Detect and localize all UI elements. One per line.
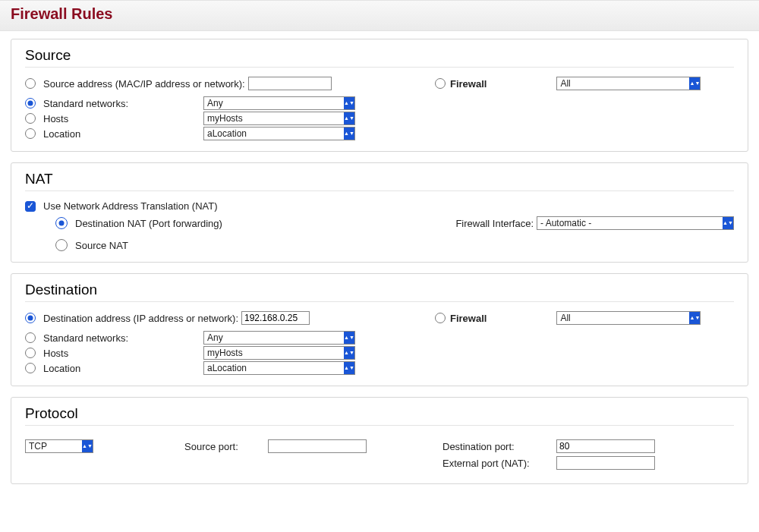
chevron-updown-icon: ▲▼ (689, 77, 700, 90)
chevron-updown-icon: ▲▼ (344, 347, 354, 359)
ext-port-input[interactable] (556, 456, 655, 470)
dest-std-select[interactable]: Any ▲▼ (203, 331, 355, 345)
nat-heading: NAT (25, 171, 734, 191)
source-panel: Source Source address (MAC/IP address or… (11, 39, 748, 152)
nat-enable-label: Use Network Address Translation (NAT) (43, 200, 218, 212)
source-hosts-radio[interactable] (25, 113, 36, 124)
destination-heading: Destination (25, 282, 734, 302)
source-firewall-label: Firewall (450, 78, 487, 90)
dest-firewall-select[interactable]: All ▲▼ (556, 311, 701, 325)
source-address-radio[interactable] (25, 78, 36, 89)
source-std-radio[interactable] (25, 98, 36, 109)
dest-firewall-radio[interactable] (435, 313, 446, 323)
chevron-updown-icon: ▲▼ (344, 112, 354, 124)
chevron-updown-icon: ▲▼ (723, 217, 733, 229)
dest-firewall-label: Firewall (450, 313, 487, 324)
dest-address-label: Destination address (IP address or netwo… (43, 313, 238, 324)
dest-location-select[interactable]: aLocation ▲▼ (203, 361, 355, 375)
source-location-select[interactable]: aLocation ▲▼ (203, 127, 355, 140)
source-location-label: Location (43, 128, 80, 140)
dest-port-input[interactable] (556, 439, 655, 453)
ext-port-label: External port (NAT): (442, 458, 556, 469)
chevron-updown-icon: ▲▼ (344, 332, 354, 344)
source-address-label: Source address (MAC/IP address or networ… (43, 78, 245, 90)
protocol-heading: Protocol (25, 405, 734, 426)
source-hosts-label: Hosts (43, 113, 68, 124)
dest-port-label: Destination port: (442, 441, 556, 452)
destination-panel: Destination Destination address (IP addr… (11, 273, 748, 386)
nat-dest-radio[interactable] (55, 217, 68, 229)
dest-hosts-label: Hosts (43, 348, 68, 359)
source-location-radio[interactable] (25, 128, 36, 139)
nat-dest-label: Destination NAT (Port forwarding) (75, 218, 222, 229)
nat-enable-checkbox[interactable] (25, 201, 36, 212)
dest-location-label: Location (43, 363, 80, 374)
chevron-updown-icon: ▲▼ (344, 97, 354, 109)
dest-location-radio[interactable] (25, 363, 36, 373)
dest-std-radio[interactable] (25, 332, 36, 343)
dest-address-input[interactable] (241, 311, 310, 325)
source-heading: Source (25, 47, 734, 68)
source-firewall-select[interactable]: All ▲▼ (556, 77, 701, 90)
chevron-updown-icon: ▲▼ (344, 362, 354, 374)
source-std-label: Standard networks: (43, 98, 128, 109)
chevron-updown-icon: ▲▼ (82, 440, 93, 452)
nat-iface-select[interactable]: - Automatic - ▲▼ (537, 216, 734, 230)
source-port-input[interactable] (268, 439, 367, 453)
source-firewall-radio[interactable] (435, 78, 446, 89)
source-hosts-select[interactable]: myHosts ▲▼ (203, 112, 355, 125)
page-title: Firewall Rules (11, 5, 748, 23)
protocol-select[interactable]: TCP ▲▼ (25, 439, 93, 453)
nat-panel: NAT Use Network Address Translation (NAT… (11, 162, 748, 263)
dest-hosts-radio[interactable] (25, 348, 36, 358)
dest-address-radio[interactable] (25, 313, 36, 323)
source-port-label: Source port: (184, 441, 268, 452)
protocol-panel: Protocol TCP ▲▼ Source port: Destination… (11, 397, 748, 484)
nat-src-radio[interactable] (55, 239, 68, 251)
nat-iface-label: Firewall Interface: (455, 218, 534, 229)
nat-src-label: Source NAT (75, 240, 128, 251)
source-address-input[interactable] (248, 77, 332, 90)
dest-hosts-select[interactable]: myHosts ▲▼ (203, 346, 355, 360)
chevron-updown-icon: ▲▼ (344, 127, 354, 140)
dest-std-label: Standard networks: (43, 332, 128, 344)
chevron-updown-icon: ▲▼ (689, 312, 700, 324)
source-std-select[interactable]: Any ▲▼ (203, 96, 355, 110)
